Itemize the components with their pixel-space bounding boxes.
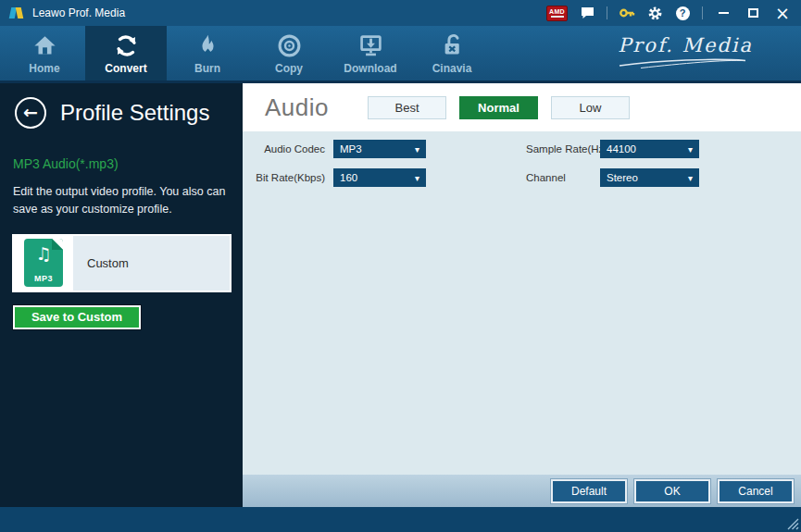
key-icon[interactable] — [619, 5, 635, 21]
profile-name: MP3 Audio(*.mp3) — [13, 156, 228, 171]
save-to-custom-button[interactable]: Save to Custom — [13, 305, 141, 329]
tab-download[interactable]: Download — [330, 26, 411, 80]
quality-selector: Best Normal Low — [368, 96, 630, 119]
sample-rate-dropdown[interactable]: 44100 — [600, 140, 699, 158]
app-logo-icon — [9, 6, 25, 20]
tab-cinavia[interactable]: Cinavia — [411, 26, 493, 80]
channel-label: Channel — [526, 172, 600, 183]
channel-dropdown[interactable]: Stereo — [600, 168, 699, 187]
app-title: Leawo Prof. Media — [32, 6, 125, 19]
burn-flame-icon — [194, 32, 221, 59]
app-window: Leawo Prof. Media AMD — [0, 0, 801, 532]
footer-bar: Default OK Cancel — [243, 475, 801, 507]
titlebar-separator — [607, 6, 607, 19]
mp3-file-icon: ♫ MP3 — [24, 239, 63, 287]
tab-home[interactable]: Home — [4, 26, 85, 80]
convert-icon — [113, 32, 140, 59]
help-icon[interactable]: ? — [674, 5, 691, 21]
resize-grip[interactable] — [786, 517, 799, 530]
back-button[interactable]: ← — [15, 97, 46, 129]
bit-rate-label: Bit Rate(Kbps) — [243, 172, 333, 183]
navbar: Home Convert Burn Copy — [0, 26, 801, 83]
quality-normal-button[interactable]: Normal — [459, 96, 538, 119]
cinavia-unlock-icon — [439, 32, 466, 59]
quality-low-button[interactable]: Low — [551, 96, 630, 119]
titlebar-separator — [702, 6, 703, 19]
status-bar — [0, 507, 801, 532]
quality-best-button[interactable]: Best — [368, 96, 446, 119]
profile-description: Edit the output video profile. You also … — [13, 183, 232, 218]
custom-profile-label: Custom — [87, 256, 129, 270]
default-button[interactable]: Default — [551, 479, 627, 503]
minimize-button[interactable] — [714, 4, 732, 22]
cancel-button[interactable]: Cancel — [718, 479, 794, 503]
chevron-down-icon — [688, 173, 693, 183]
section-title: Audio — [265, 93, 329, 122]
brand-logo: Prof. Media — [618, 34, 753, 68]
home-icon — [31, 32, 58, 59]
titlebar: Leawo Prof. Media AMD — [0, 0, 801, 26]
content-header: Audio Best Normal Low — [243, 83, 801, 131]
page-title: Profile Settings — [60, 100, 209, 126]
chevron-down-icon — [415, 173, 419, 183]
chevron-down-icon — [415, 144, 419, 155]
close-button[interactable]: × — [773, 4, 792, 22]
audio-settings-form: Audio Codec MP3 Sample Rate(Hz) 44100 Bi… — [243, 131, 801, 475]
sidebar: ← Profile Settings MP3 Audio(*.mp3) Edit… — [0, 83, 243, 507]
audio-codec-label: Audio Codec — [243, 143, 333, 155]
back-arrow-icon: ← — [23, 104, 38, 121]
tab-convert[interactable]: Convert — [85, 26, 167, 80]
amd-gaming-badge-icon[interactable]: AMD — [546, 6, 568, 21]
download-icon — [357, 32, 384, 59]
main-area: ← Profile Settings MP3 Audio(*.mp3) Edit… — [0, 83, 801, 507]
chevron-down-icon — [688, 144, 693, 155]
bit-rate-dropdown[interactable]: 160 — [333, 168, 426, 187]
ok-button[interactable]: OK — [634, 479, 710, 503]
content-panel: Audio Best Normal Low Audio Codec MP3 Sa… — [243, 83, 801, 507]
custom-profile-item[interactable]: ♫ MP3 Custom — [12, 234, 232, 292]
copy-disc-icon — [276, 32, 303, 59]
tab-copy[interactable]: Copy — [248, 26, 330, 80]
music-note-icon: ♫ — [35, 243, 51, 264]
gear-icon[interactable] — [646, 5, 663, 21]
audio-codec-dropdown[interactable]: MP3 — [333, 140, 426, 158]
brand-swoosh — [618, 57, 747, 68]
sample-rate-label: Sample Rate(Hz) — [526, 143, 600, 155]
maximize-button[interactable] — [744, 4, 762, 22]
tab-burn[interactable]: Burn — [167, 26, 248, 80]
chat-icon[interactable] — [579, 5, 595, 21]
